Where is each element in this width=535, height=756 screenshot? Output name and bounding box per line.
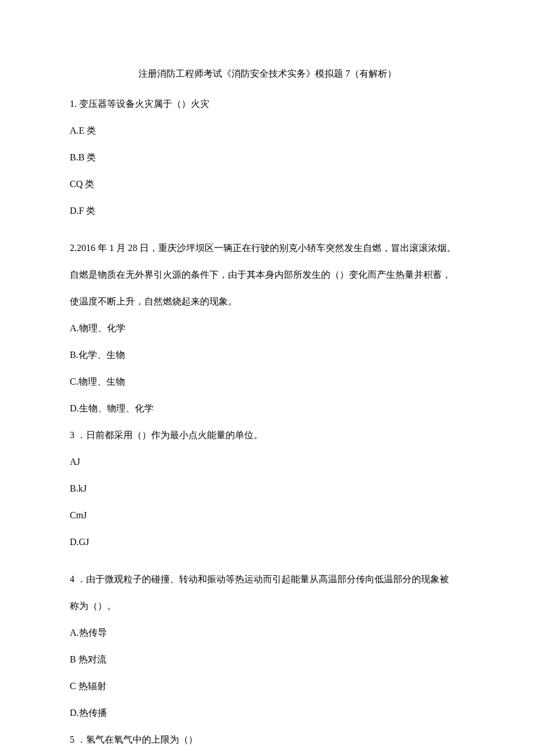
q2-option-d: D.生物、物理、化学 bbox=[70, 402, 465, 415]
q2-stem-line1: 2.2016 年 1 月 28 日，重庆沙坪坝区一辆正在行驶的别克小轿车突然发生… bbox=[70, 241, 465, 255]
q2-stem-line2: 自燃是物质在无外界引火源的条件下，由于其本身内部所发生的（）变化而产生热量并积蓄… bbox=[70, 268, 465, 282]
q3-option-c: CmJ bbox=[70, 508, 465, 522]
q1-option-a: A.E 类 bbox=[70, 124, 465, 138]
spacer bbox=[70, 231, 465, 241]
q1-option-b: B.B 类 bbox=[70, 151, 465, 164]
q4-option-c: C 热辐射 bbox=[70, 679, 465, 693]
q4-stem-line2: 称为（）。 bbox=[70, 599, 465, 613]
q2-option-a: A.物理、化学 bbox=[70, 321, 465, 335]
q1-stem: 1. 变压器等设备火灾属于（）火灾 bbox=[70, 97, 465, 111]
q1-option-c: CQ 类 bbox=[70, 177, 465, 191]
q1-option-d: D.F 类 bbox=[70, 204, 465, 218]
q3-option-d: D.GJ bbox=[70, 535, 465, 549]
document-title: 注册消防工程师考试《消防安全技术实务》模拟题 7（有解析） bbox=[70, 67, 465, 81]
q2-stem-line3: 使温度不断上升，自然燃烧起来的现象。 bbox=[70, 295, 465, 309]
q2-option-c: C.物理、生物 bbox=[70, 375, 465, 389]
q4-stem-line1: 4 ．由于微观粒子的碰撞、转动和振动等热运动而引起能量从高温部分传向低温部分的现… bbox=[70, 572, 465, 586]
q2-option-b: B.化学、生物 bbox=[70, 348, 465, 362]
q4-option-d: D.热传播 bbox=[70, 706, 465, 720]
q3-stem: 3 ．日前都采用（）作为最小点火能量的单位。 bbox=[70, 428, 465, 442]
spacer bbox=[70, 562, 465, 572]
q3-option-a: AJ bbox=[70, 455, 465, 469]
q5-stem: 5 ．氢气在氧气中的上限为（） bbox=[70, 733, 465, 747]
q4-option-a: A.热传导 bbox=[70, 626, 465, 640]
q4-option-b: B 热对流 bbox=[70, 653, 465, 667]
q3-option-b: B.kJ bbox=[70, 482, 465, 496]
